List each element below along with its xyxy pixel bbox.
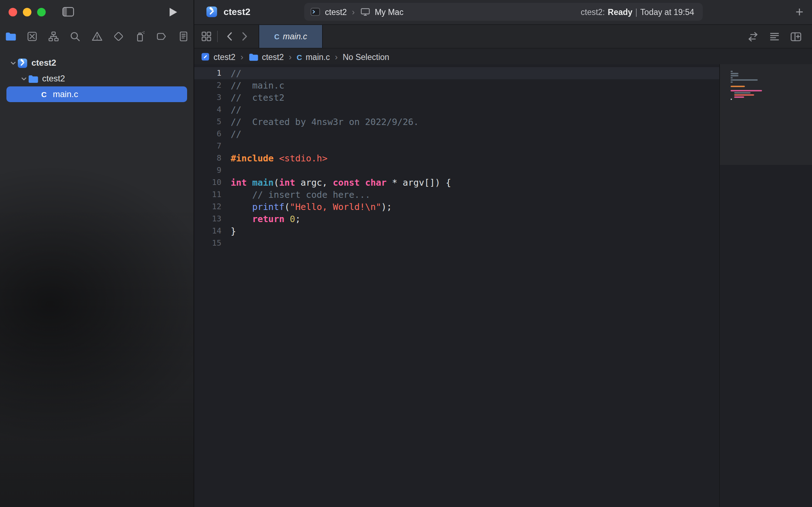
editor-controls: [747, 30, 812, 42]
editor-pane: ctest2 ctest2 › My Mac ctest2: Ready: [194, 0, 812, 507]
minimap-line: [734, 92, 751, 94]
minimize-button[interactable]: [23, 8, 31, 16]
code-line[interactable]: 2// main.c: [194, 79, 720, 91]
code-line[interactable]: 5// Created by 4nsw3r on 2022/9/26.: [194, 116, 720, 128]
disclosure-chevron-icon[interactable]: [20, 75, 28, 82]
code-line[interactable]: 1//: [194, 67, 720, 79]
code-line[interactable]: 12 printf("Hello, World!\n");: [194, 201, 720, 213]
library-add-button[interactable]: +: [796, 3, 803, 21]
line-number[interactable]: 2: [194, 79, 221, 91]
line-number[interactable]: 9: [194, 164, 221, 176]
reports-icon[interactable]: [177, 30, 189, 42]
jumpbar-selection[interactable]: No Selection: [343, 52, 389, 61]
line-number[interactable]: 11: [194, 189, 221, 201]
minimap-line: [731, 75, 738, 76]
search-icon[interactable]: [69, 30, 81, 42]
go-forward-icon[interactable]: [239, 31, 250, 42]
code-line[interactable]: 15: [194, 237, 720, 249]
c-file-icon: C: [274, 32, 279, 40]
code-text: // main.c: [231, 79, 285, 91]
tree-row-ctest2[interactable]: ctest2: [6, 55, 187, 71]
main-toolbar: ctest2 ctest2 › My Mac ctest2: Ready: [194, 0, 812, 25]
scheme-status-bar[interactable]: ctest2 › My Mac ctest2: Ready | Today at…: [304, 3, 703, 21]
line-number[interactable]: 13: [194, 213, 221, 225]
tree-row-ctest2[interactable]: ctest2: [6, 71, 187, 86]
source-control-icon[interactable]: [26, 30, 38, 42]
issues-icon[interactable]: [91, 30, 103, 42]
jumpbar-file[interactable]: C main.c: [297, 52, 330, 61]
minimap-line: [731, 81, 733, 83]
line-number[interactable]: 7: [194, 140, 221, 152]
code-line[interactable]: 3// ctest2: [194, 91, 720, 104]
code-text: #include <stdio.h>: [231, 152, 327, 164]
tree-label: ctest2: [31, 58, 56, 68]
close-button[interactable]: [9, 8, 17, 16]
run-button[interactable]: [169, 7, 178, 17]
minimap-line: [731, 79, 758, 81]
disclosure-chevron-icon[interactable]: [9, 59, 17, 67]
code-text: return 0;: [231, 213, 301, 225]
jumpbar-group[interactable]: ctest2: [248, 52, 284, 62]
window-titlebar: [0, 0, 194, 24]
line-number[interactable]: 10: [194, 176, 221, 189]
tree-row-main.c[interactable]: Cmain.c: [6, 86, 187, 102]
symbols-icon[interactable]: [47, 30, 60, 42]
jumpbar-project[interactable]: ctest2: [201, 52, 235, 61]
line-number[interactable]: 14: [194, 225, 221, 237]
source-editor[interactable]: 1//2// main.c3// ctest24//5// Created by…: [194, 64, 812, 507]
line-number[interactable]: 6: [194, 128, 221, 140]
project-badge: ctest2: [206, 6, 250, 18]
jumpbar-file-label: main.c: [306, 52, 330, 61]
code-text: //: [231, 128, 241, 140]
project-file-tree: ctest2ctest2Cmain.c: [0, 49, 194, 102]
divider: [217, 31, 218, 42]
status-time: Today at 19:54: [640, 7, 694, 16]
scheme-name[interactable]: ctest2: [325, 7, 347, 16]
code-line[interactable]: 9: [194, 164, 720, 176]
minimap[interactable]: [719, 64, 812, 507]
code-line[interactable]: 6//: [194, 128, 720, 140]
code-text: // ctest2: [231, 91, 285, 104]
tab-main-c[interactable]: C main.c: [259, 25, 323, 48]
code-text: printf("Hello, World!\n");: [231, 201, 392, 213]
line-number[interactable]: 1: [194, 67, 221, 79]
xcode-window: ctest2ctest2Cmain.c ctest2 ctest2 ›: [0, 0, 812, 507]
line-number[interactable]: 8: [194, 152, 221, 164]
tests-icon[interactable]: [112, 30, 125, 42]
line-number[interactable]: 4: [194, 104, 221, 116]
project-navigator-icon[interactable]: [4, 30, 16, 42]
code-line[interactable]: 4//: [194, 104, 720, 116]
code-review-icon[interactable]: [747, 30, 759, 42]
code-line[interactable]: 8#include <stdio.h>: [194, 152, 720, 164]
line-number[interactable]: 3: [194, 91, 221, 104]
code-text: int main(int argc, const char * argv[]) …: [231, 176, 451, 189]
tab-overview-icon[interactable]: [201, 31, 212, 42]
status-separator: |: [635, 7, 637, 16]
minimap-line: [731, 99, 732, 100]
line-number[interactable]: 12: [194, 201, 221, 213]
code-line[interactable]: 14}: [194, 225, 720, 237]
zoom-button[interactable]: [37, 8, 46, 16]
minimap-lines: [731, 71, 762, 101]
scheme-selector[interactable]: ctest2 › My Mac: [304, 6, 404, 17]
scheme-destination[interactable]: My Mac: [375, 7, 404, 16]
code-line[interactable]: 13 return 0;: [194, 213, 720, 225]
c-file-icon: C: [39, 89, 49, 100]
toggle-sidebar-icon[interactable]: [62, 6, 74, 17]
go-back-icon[interactable]: [224, 31, 236, 42]
line-number[interactable]: 15: [194, 237, 221, 249]
line-number[interactable]: 5: [194, 116, 221, 128]
code-text: //: [231, 67, 241, 79]
minimap-line: [731, 86, 745, 87]
code-line[interactable]: 10int main(int argc, const char * argv[]…: [194, 176, 720, 189]
add-editor-icon[interactable]: [790, 30, 802, 42]
tab-label: main.c: [283, 32, 307, 41]
code-line[interactable]: 11 // insert code here...: [194, 189, 720, 201]
editor-options-icon[interactable]: [768, 30, 781, 42]
project-icon: [17, 57, 28, 68]
minimap-line: [734, 94, 754, 96]
debug-icon[interactable]: [134, 30, 146, 42]
code-line[interactable]: 7: [194, 140, 720, 152]
jump-bar: ctest2 › ctest2 › C main.c › No Selectio…: [194, 49, 812, 66]
breakpoints-icon[interactable]: [156, 30, 168, 42]
